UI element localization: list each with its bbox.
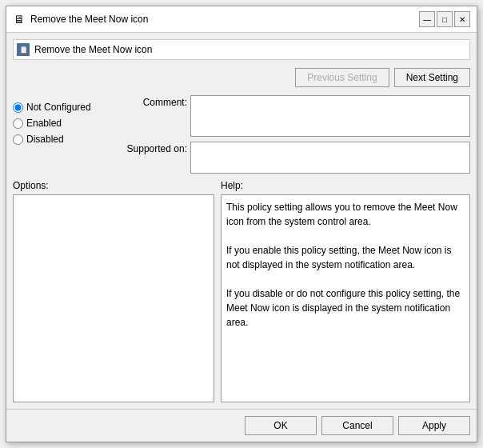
help-panel: Help: This policy setting allows you to … xyxy=(221,180,470,402)
footer: OK Cancel Apply xyxy=(6,409,477,442)
help-text: This policy setting allows you to remove… xyxy=(221,194,470,402)
disabled-radio[interactable]: Disabled xyxy=(13,134,109,145)
window-icon: 🖥 xyxy=(13,13,26,26)
enabled-radio[interactable]: Enabled xyxy=(13,118,109,129)
apply-button[interactable]: Apply xyxy=(398,416,470,435)
help-content: This policy setting allows you to remove… xyxy=(226,202,460,328)
not-configured-label: Not Configured xyxy=(26,102,91,113)
minimize-button[interactable]: — xyxy=(419,11,435,27)
title-bar-left: 🖥 Remove the Meet Now icon xyxy=(13,13,148,26)
title-buttons: — □ ✕ xyxy=(419,11,470,27)
close-button[interactable]: ✕ xyxy=(454,11,470,27)
setting-header: 📋 Remove the Meet Now icon xyxy=(13,39,470,60)
top-controls: Previous Setting Next Setting xyxy=(13,68,470,87)
ok-button[interactable]: OK xyxy=(245,416,317,435)
comment-row: Comment: xyxy=(115,95,470,137)
options-box xyxy=(13,194,214,402)
comment-textarea[interactable] xyxy=(190,95,470,137)
radio-group: Not Configured Enabled Disabled xyxy=(13,102,109,145)
title-bar: 🖥 Remove the Meet Now icon — □ ✕ xyxy=(6,6,477,33)
previous-setting-button[interactable]: Previous Setting xyxy=(295,68,389,87)
supported-label: Supported on: xyxy=(115,142,187,154)
setting-header-text: Remove the Meet Now icon xyxy=(34,44,152,55)
window-title: Remove the Meet Now icon xyxy=(30,14,148,25)
next-setting-button[interactable]: Next Setting xyxy=(394,68,470,87)
content-area: 📋 Remove the Meet Now icon Previous Sett… xyxy=(6,33,477,409)
cancel-button[interactable]: Cancel xyxy=(321,416,393,435)
comment-label: Comment: xyxy=(115,95,187,108)
options-label: Options: xyxy=(13,180,214,191)
supported-row: Supported on: xyxy=(115,142,470,174)
main-window: 🖥 Remove the Meet Now icon — □ ✕ 📋 Remov… xyxy=(6,6,477,442)
right-panel: Comment: Supported on: xyxy=(115,95,470,174)
maximize-button[interactable]: □ xyxy=(437,11,453,27)
not-configured-radio[interactable]: Not Configured xyxy=(13,102,109,113)
enabled-label: Enabled xyxy=(26,118,62,129)
setting-header-icon: 📋 xyxy=(17,43,30,56)
options-panel: Options: xyxy=(13,180,214,402)
supported-textarea[interactable] xyxy=(190,142,470,174)
left-panel: Not Configured Enabled Disabled xyxy=(13,95,109,174)
disabled-label: Disabled xyxy=(26,134,64,145)
bottom-section: Options: Help: This policy setting allow… xyxy=(13,180,470,402)
main-section: Not Configured Enabled Disabled Comment: xyxy=(13,95,470,174)
help-label: Help: xyxy=(221,180,470,191)
